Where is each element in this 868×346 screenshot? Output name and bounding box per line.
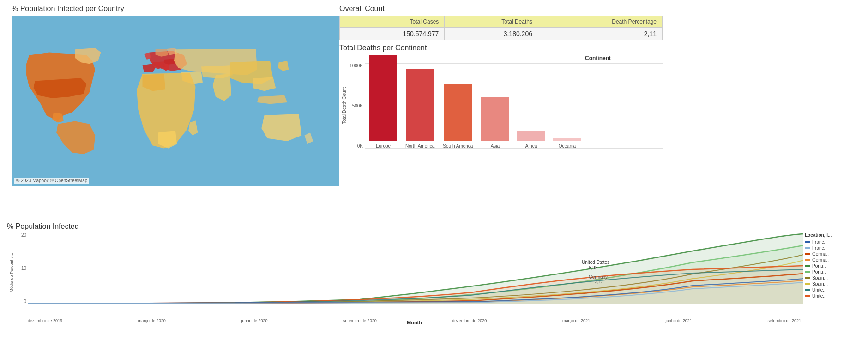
col1-value: 150.574.977 — [340, 28, 445, 40]
svg-text:3,13: 3,13 — [595, 279, 604, 284]
line-chart-title: % Population Infected — [7, 222, 861, 231]
y-label-500k: 500K — [352, 103, 363, 108]
bar-oceania-rect — [553, 138, 581, 141]
bar-europe-rect — [369, 55, 397, 141]
bar-south-america-rect — [444, 84, 472, 141]
map-copyright: © 2023 Mapbox © OpenStreetMap — [14, 178, 89, 184]
bar-north-america-label: North America — [405, 143, 434, 149]
legend-item-0: Franc.. — [805, 239, 861, 245]
legend-color-9 — [805, 295, 810, 297]
line-y-label-0: 0 — [24, 299, 26, 304]
bar-asia: Asia — [481, 97, 509, 149]
bar-oceania-label: Oceania — [559, 143, 576, 149]
bar-oceania: Oceania — [553, 138, 581, 149]
col2-header: Total Deaths — [445, 16, 538, 28]
legend-title: Location, l... — [805, 233, 861, 238]
legend-item-6: Spain,.. — [805, 275, 861, 280]
bar-africa-label: Africa — [525, 143, 537, 149]
line-chart-svg: United States 8,93 Germany 3,13 Portugal… — [28, 233, 803, 304]
bar-south-america: South America — [443, 84, 473, 149]
svg-text:8,93: 8,93 — [589, 265, 598, 270]
legend-text-0: Franc.. — [812, 239, 826, 245]
overall-count-section: Overall Count Total Cases Total Deaths D… — [339, 5, 856, 40]
bar-asia-label: Asia — [491, 143, 500, 149]
bar-chart-section: Total Deaths per Continent Continent Tot… — [339, 44, 856, 160]
map-title: % Population Infected per Country — [12, 5, 339, 13]
bar-europe: Europe — [369, 55, 397, 149]
bar-europe-label: Europe — [376, 143, 391, 149]
col3-header: Death Percentage — [538, 16, 662, 28]
legend-text-1: Franc.. — [812, 245, 826, 251]
bar-asia-rect — [481, 97, 509, 141]
col2-value: 3.180.206 — [445, 28, 538, 40]
legend-panel: Location, l... Franc.. Franc.. Germa.. G… — [801, 233, 861, 325]
legend-color-8 — [805, 289, 810, 291]
line-chart-section: % Population Infected Média de Percent p… — [7, 220, 861, 341]
legend-item-8: Unite.. — [805, 287, 861, 292]
y-axis-title: Total Death Count — [342, 87, 347, 124]
right-column: % Population Infected per Country — [7, 5, 339, 220]
line-y-label-20: 20 — [21, 233, 26, 238]
legend-color-2 — [805, 253, 810, 255]
bar-africa: Africa — [517, 131, 545, 149]
legend-item-3: Germa.. — [805, 257, 861, 262]
legend-item-9: Unite.. — [805, 293, 861, 298]
legend-item-5: Portu.. — [805, 269, 861, 274]
bar-north-america: North America — [405, 69, 434, 149]
legend-item-1: Franc.. — [805, 245, 861, 251]
line-y-label-10: 10 — [21, 266, 26, 271]
legend-color-3 — [805, 259, 810, 261]
y-label-0k: 0K — [357, 143, 363, 149]
map-container[interactable]: © 2023 Mapbox © OpenStreetMap — [12, 16, 339, 186]
stats-table: Total Cases Total Deaths Death Percentag… — [339, 16, 663, 40]
bar-north-america-rect — [406, 69, 434, 141]
y-label-1000k: 1000K — [350, 63, 363, 68]
line-chart-wrapper: Média de Percent p... 20 10 0 — [7, 233, 861, 325]
col3-value: 2,11 — [538, 28, 662, 40]
legend-text-6: Spain,.. — [812, 275, 828, 280]
line-y-axis-title: Média de Percent p... — [9, 253, 14, 292]
bar-africa-rect — [517, 131, 545, 141]
svg-text:United States: United States — [582, 260, 609, 265]
legend-color-6 — [805, 277, 810, 279]
legend-text-3: Germa.. — [812, 257, 829, 262]
col1-header: Total Cases — [340, 16, 445, 28]
bar-chart-title: Total Deaths per Continent — [339, 44, 856, 52]
legend-color-5 — [805, 271, 810, 273]
legend-text-9: Unite.. — [812, 293, 826, 298]
continent-label: Continent — [339, 55, 856, 61]
bar-south-america-label: South America — [443, 143, 473, 149]
legend-item-7: Spain,.. — [805, 281, 861, 286]
left-column: Overall Count Total Cases Total Deaths D… — [339, 5, 861, 177]
legend-color-4 — [805, 265, 810, 267]
legend-text-5: Portu.. — [812, 269, 826, 274]
x-axis-title: Month — [407, 320, 422, 325]
legend-text-7: Spain,.. — [812, 281, 828, 286]
legend-item-4: Portu.. — [805, 263, 861, 268]
legend-color-1 — [805, 247, 810, 249]
world-map-svg — [12, 16, 339, 186]
overall-count-title: Overall Count — [339, 5, 856, 13]
legend-text-8: Unite.. — [812, 287, 826, 292]
legend-text-4: Portu.. — [812, 263, 826, 268]
legend-item-2: Germa.. — [805, 251, 861, 257]
legend-text-2: Germa.. — [812, 251, 829, 257]
legend-color-7 — [805, 283, 810, 285]
line-chart-svg-area: Média de Percent p... 20 10 0 — [7, 233, 801, 325]
legend-color-0 — [805, 241, 810, 243]
